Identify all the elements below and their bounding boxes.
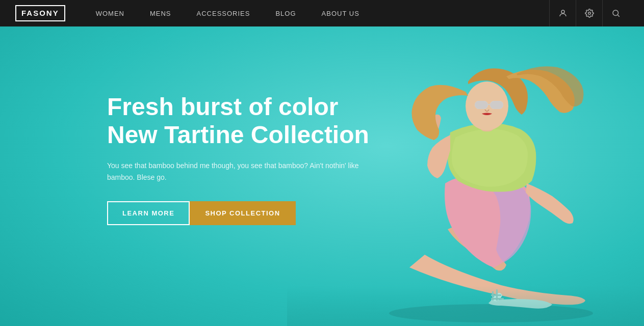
hero-buttons: LEARN MORE SHOP COLLECTION	[107, 201, 369, 225]
navbar: FASONY WOMEN MENS ACCESSORIES BLOG ABOUT…	[0, 0, 644, 26]
svg-point-0	[561, 10, 564, 13]
nav-item-accessories[interactable]: ACCESSORIES	[197, 10, 250, 17]
logo[interactable]: FASONY	[15, 5, 65, 21]
shop-collection-button[interactable]: SHOP COLLECTION	[190, 201, 295, 225]
floor-reflection	[287, 285, 644, 326]
svg-line-3	[617, 15, 619, 16]
user-icon[interactable]	[549, 0, 576, 26]
search-icon[interactable]	[602, 0, 629, 26]
hero-content: Fresh burst of color New Tartine Collect…	[107, 93, 369, 225]
brand-name: FASONY	[21, 9, 59, 17]
nav-item-women[interactable]: WOMEN	[96, 10, 124, 17]
hero-subtitle: You see that bamboo behind me though, yo…	[107, 160, 362, 183]
nav-item-about[interactable]: ABOUT US	[322, 10, 359, 17]
learn-more-button[interactable]: LEARN MORE	[107, 201, 190, 225]
svg-rect-11	[490, 101, 503, 109]
nav-icons	[549, 0, 629, 26]
nav-item-mens[interactable]: MENS	[150, 10, 171, 17]
nav-links: WOMEN MENS ACCESSORIES BLOG ABOUT US	[96, 10, 549, 17]
svg-point-1	[588, 12, 590, 15]
gear-icon[interactable]	[576, 0, 602, 26]
hero-section: Fresh burst of color New Tartine Collect…	[0, 26, 644, 326]
hero-title: Fresh burst of color New Tartine Collect…	[107, 93, 369, 149]
nav-item-blog[interactable]: BLOG	[275, 10, 296, 17]
svg-rect-10	[475, 101, 488, 109]
svg-point-2	[613, 10, 619, 16]
